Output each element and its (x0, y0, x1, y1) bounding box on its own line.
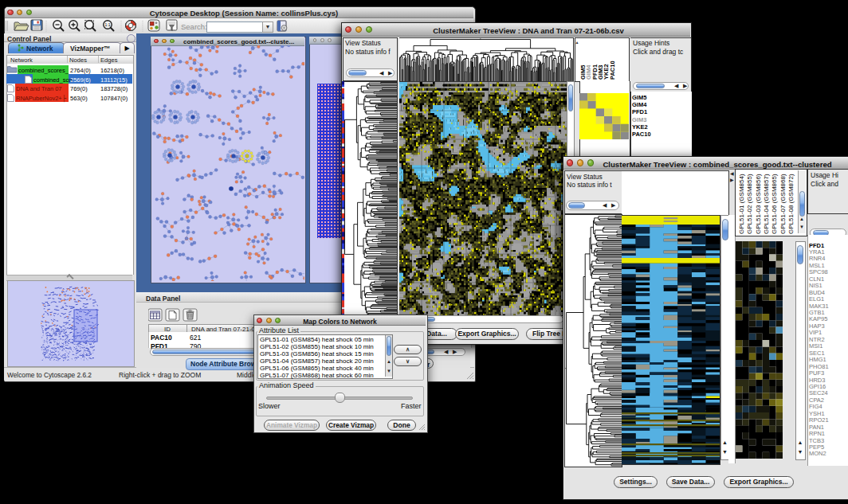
svg-text:GPL51-01 (GSM854): GPL51-01 (GSM854) (738, 174, 745, 234)
svg-text:GPL51-07 (GSM868): GPL51-07 (GSM868) (779, 174, 787, 234)
svg-text:1:1: 1:1 (105, 22, 111, 27)
svg-text:GPL51-08 (GSM872): GPL51-08 (GSM872) (787, 174, 795, 234)
svg-text:GPL51-02 (GSM855): GPL51-02 (GSM855) (746, 174, 753, 234)
svg-text:GPL51-06 (GSM865): GPL51-06 (GSM865) (771, 174, 778, 234)
svg-text:GPL51-04 (GSM857): GPL51-04 (GSM857) (763, 174, 770, 234)
svg-text:GPL51-03 (GSM856): GPL51-03 (GSM856) (755, 174, 762, 234)
svg-text:PAC10: PAC10 (609, 61, 616, 80)
